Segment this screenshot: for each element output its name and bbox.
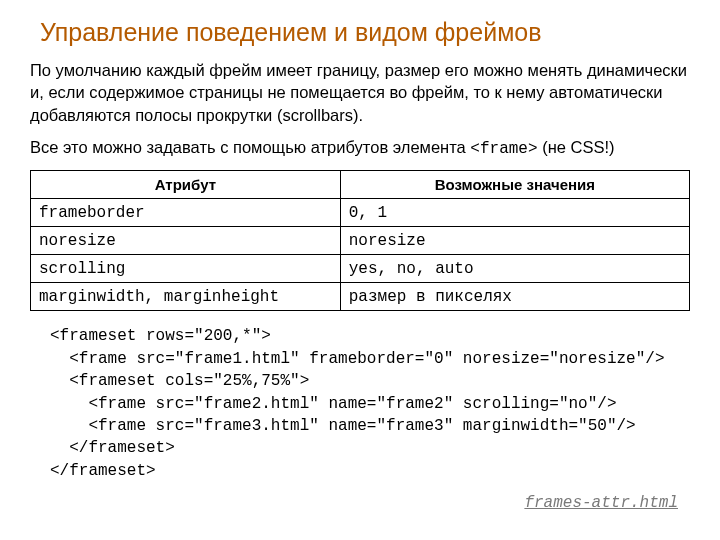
- frame-tag-literal: <frame>: [470, 140, 537, 158]
- intro-paragraph-1: По умолчанию каждый фрейм имеет границу,…: [30, 59, 690, 126]
- cell-attr: noresize: [31, 227, 341, 255]
- cell-vals: размер в пикселях: [340, 283, 689, 311]
- cell-vals: noresize: [340, 227, 689, 255]
- cell-attr: marginwidth, marginheight: [31, 283, 341, 311]
- page-title: Управление поведением и видом фреймов: [40, 18, 690, 47]
- table-row: noresize noresize: [31, 227, 690, 255]
- table-row: frameborder 0, 1: [31, 199, 690, 227]
- th-values: Возможные значения: [340, 171, 689, 199]
- th-attribute: Атрибут: [31, 171, 341, 199]
- source-file-link[interactable]: frames-attr.html: [524, 494, 678, 512]
- table-row: marginwidth, marginheight размер в пиксе…: [31, 283, 690, 311]
- code-example: <frameset rows="200,*"> <frame src="fram…: [50, 325, 690, 482]
- cell-vals: yes, no, auto: [340, 255, 689, 283]
- intro-paragraph-2: Все это можно задавать с помощью атрибут…: [30, 136, 690, 161]
- table-header-row: Атрибут Возможные значения: [31, 171, 690, 199]
- cell-attr: scrolling: [31, 255, 341, 283]
- table-row: scrolling yes, no, auto: [31, 255, 690, 283]
- attributes-table: Атрибут Возможные значения frameborder 0…: [30, 170, 690, 311]
- intro-2-text-a: Все это можно задавать с помощью атрибут…: [30, 138, 470, 156]
- intro-2-text-b: (не CSS!): [538, 138, 615, 156]
- cell-attr: frameborder: [31, 199, 341, 227]
- cell-vals: 0, 1: [340, 199, 689, 227]
